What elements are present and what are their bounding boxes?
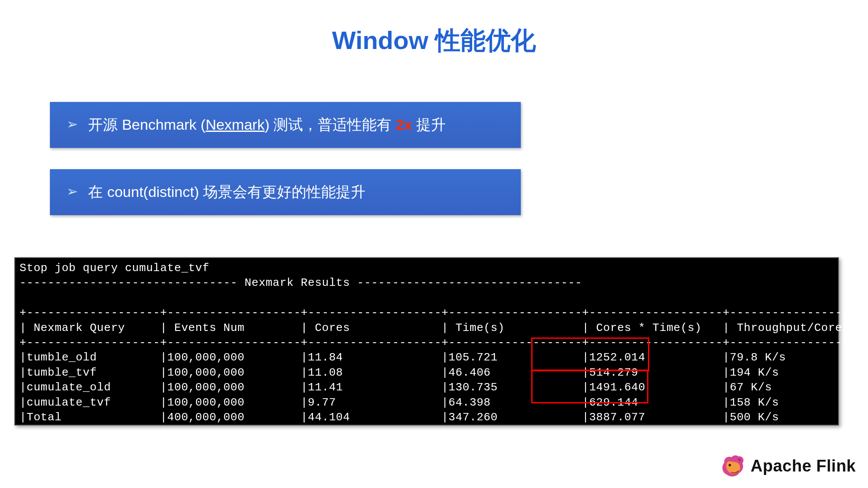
bullet-arrow-icon: ➢ <box>66 183 78 199</box>
bullet-1-highlight: 2x <box>396 116 412 133</box>
terminal-sep: +-------------------+-------------------… <box>20 306 868 319</box>
bullet-1-text-pre: 开源 Benchmark ( <box>88 116 205 133</box>
terminal-sep: +-------------------+-------------------… <box>20 426 868 439</box>
bullet-1-text-mid: ) 测试，普适性能有 <box>265 116 396 133</box>
terminal-row: |tumble_tvf |100,000,000 |11.08 |46.406 … <box>20 366 868 379</box>
bullet-1: ➢ 开源 Benchmark (Nexmark) 测试，普适性能有 2x 提升 <box>50 102 521 148</box>
terminal-sep: +-------------------+-------------------… <box>20 336 868 349</box>
terminal-output: Stop job query cumulate_tvf ------------… <box>14 257 839 426</box>
bullet-2: ➢ 在 count(distinct) 场景会有更好的性能提升 <box>50 169 521 215</box>
bullet-1-link[interactable]: Nexmark <box>206 116 265 133</box>
terminal-row: |cumulate_tvf |100,000,000 |9.77 |64.398… <box>20 396 868 409</box>
terminal-head: | Nexmark Query | Events Num | Cores | T… <box>20 321 868 334</box>
terminal-row: |tumble_old |100,000,000 |11.84 |105.721… <box>20 351 868 364</box>
bullet-2-text: 在 count(distinct) 场景会有更好的性能提升 <box>88 183 365 200</box>
bullet-arrow-icon: ➢ <box>66 116 78 132</box>
footer-logo: Apache Flink <box>720 453 856 478</box>
terminal-line: ------------------------------- Nexmark … <box>20 276 582 289</box>
terminal-line: Stop job query cumulate_tvf <box>20 262 209 275</box>
bullet-1-text-post: 提升 <box>412 116 446 133</box>
svg-point-0 <box>728 464 730 466</box>
footer-brand-text: Apache Flink <box>751 457 856 475</box>
terminal-row: |Total |400,000,000 |44.104 |347.260 |38… <box>20 411 868 424</box>
page-title: Window 性能优化 <box>0 24 868 58</box>
flink-squirrel-icon <box>720 453 745 478</box>
terminal-row: |cumulate_old |100,000,000 |11.41 |130.7… <box>20 381 868 394</box>
